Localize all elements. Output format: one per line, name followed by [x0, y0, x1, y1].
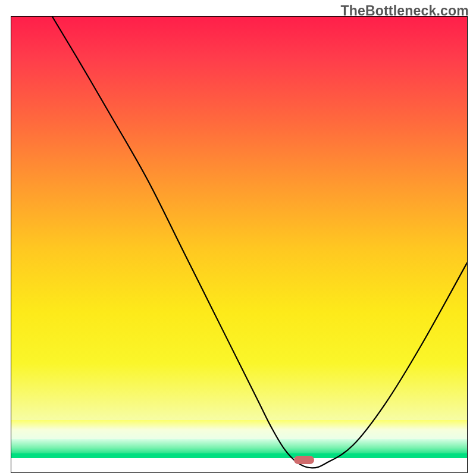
plot-area	[11, 16, 468, 473]
optimal-marker	[294, 456, 314, 464]
bottleneck-curve	[11, 17, 467, 472]
chart-container: TheBottleneck.com	[0, 0, 476, 476]
